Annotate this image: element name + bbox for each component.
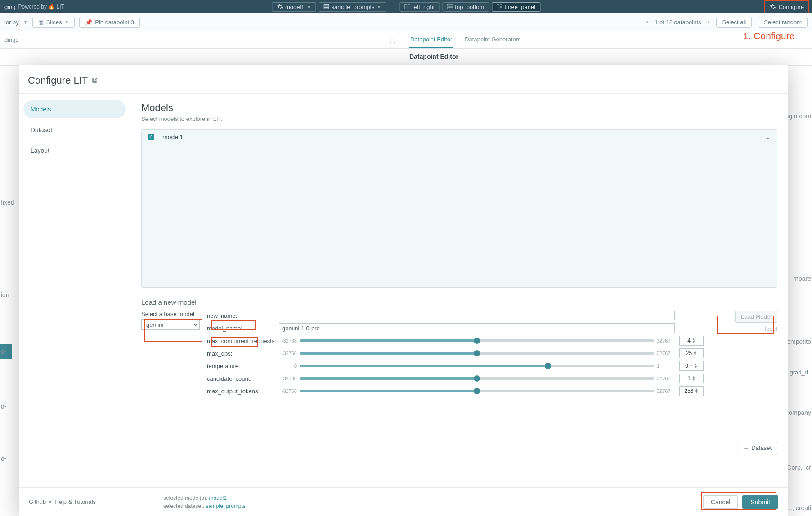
slider-row: max_qps: -32768 32767 25 ▲▼	[207, 348, 721, 358]
caret-down-icon: ▼	[64, 20, 69, 25]
chevron-down-icon[interactable]: ⌄	[765, 133, 771, 141]
slider-row: temperature: 0 1 0.7 ▲▼	[207, 361, 721, 371]
external-link-icon[interactable]	[91, 77, 98, 84]
github-link[interactable]: Github	[29, 498, 46, 505]
slider-track[interactable]	[300, 365, 654, 367]
slider-thumb[interactable]	[474, 375, 480, 382]
color-by-label[interactable]: lor by	[4, 19, 19, 26]
panel-tabs-bar: dings ⛶ Datapoint Editor Datapoint Gener…	[0, 31, 812, 49]
slider[interactable]: 0 1	[279, 363, 675, 369]
top-chip-row: model1 ▼ sample_prompts ▼ left_right top…	[272, 2, 540, 12]
slider-row: max_concurrent_requests: -32768 32767 4 …	[207, 336, 721, 346]
modal-title: Configure LIT	[28, 75, 779, 86]
models-subtitle: Select models to explore in LIT.	[141, 116, 777, 122]
tab-datapoint-editor[interactable]: Datapoint Editor	[409, 31, 453, 48]
new-name-input[interactable]	[279, 311, 675, 320]
layout-top-bottom[interactable]: top_bottom	[442, 2, 489, 12]
svg-rect-6	[447, 4, 453, 6]
footer-buttons: Cancel Submit	[703, 495, 778, 509]
select-random-button[interactable]: Select random	[758, 17, 808, 28]
slider-track[interactable]	[300, 390, 654, 392]
grid-icon: ▦	[38, 19, 44, 26]
panel-header-bar: Datapoint Editor	[0, 49, 812, 66]
caret-down-icon: ▼	[307, 4, 311, 9]
expand-icon[interactable]: ⛶	[389, 36, 395, 44]
modal-header: Configure LIT	[19, 65, 788, 94]
model-chip-label: model1	[285, 4, 305, 10]
left-panel-label: dings	[4, 36, 18, 43]
toolbar: lor by ▼ ▦ Slices ▼ 📌 Pin datapoint 3 < …	[0, 13, 812, 31]
caret-down-icon: ▼	[23, 20, 28, 25]
slider-value-box[interactable]: 0.7 ▲▼	[679, 361, 704, 371]
slider-value-box[interactable]: 25 ▲▼	[679, 348, 704, 358]
stepper-icon[interactable]: ▲▼	[692, 338, 695, 343]
dataset-next-button[interactable]: → Dataset	[737, 442, 777, 454]
model-checkbox[interactable]	[148, 134, 154, 140]
panel-title: Datapoint Editor	[409, 53, 458, 60]
slider[interactable]: -32768 32767	[279, 338, 675, 343]
help-link[interactable]: Help & Tutorials	[54, 498, 96, 505]
svg-rect-2	[324, 6, 328, 7]
pin-button[interactable]: 📌 Pin datapoint 3	[79, 17, 140, 28]
model-chip[interactable]: model1 ▼	[272, 2, 316, 12]
modal-footer: Github • Help & Tutorials selected model…	[19, 487, 788, 516]
powered-by-label: Powered by 🔥 LIT	[18, 4, 64, 10]
stepper-icon[interactable]: ▲▼	[695, 388, 699, 394]
slider-thumb[interactable]	[474, 388, 480, 394]
bg-text: d-	[1, 348, 6, 355]
load-section-label: Load a new model	[141, 298, 777, 306]
slider-min: -32768	[279, 338, 297, 343]
dataset-chip[interactable]: sample_prompts ▼	[319, 2, 386, 12]
models-heading: Models	[141, 102, 777, 114]
slider-value-box[interactable]: 256 ▲▼	[679, 386, 704, 396]
slider[interactable]: -32768 32767	[279, 388, 675, 394]
stepper-icon[interactable]: ▲▼	[692, 376, 695, 381]
modal-sidebar: Models Dataset Layout	[19, 94, 130, 487]
slider-value-box[interactable]: 1 ▲▼	[679, 374, 704, 383]
slider[interactable]: -32768 32767	[279, 376, 675, 381]
model-name-input[interactable]	[279, 323, 675, 333]
slider-value-box[interactable]: 4 ▲▼	[679, 336, 704, 346]
slider-max: 32767	[657, 351, 675, 356]
svg-rect-7	[447, 7, 453, 9]
tab-datapoint-generators[interactable]: Datapoint Generators	[464, 31, 521, 48]
cancel-button[interactable]: Cancel	[703, 495, 738, 509]
pin-icon: 📌	[85, 19, 92, 26]
slider[interactable]: -32768 32767	[279, 351, 675, 356]
model-list: model1 ⌄	[141, 129, 777, 288]
slider-track[interactable]	[300, 339, 654, 342]
slider-track[interactable]	[300, 377, 654, 380]
sidebar-item-models[interactable]: Models	[23, 100, 126, 118]
slider-thumb[interactable]	[545, 363, 551, 369]
configure-button[interactable]: Configure	[764, 0, 809, 13]
slider-min: 0	[279, 363, 297, 369]
prev-icon[interactable]: <	[646, 20, 648, 25]
slider-thumb[interactable]	[474, 350, 480, 356]
bg-pill: grad_d	[787, 368, 811, 377]
slider-track[interactable]	[300, 352, 654, 355]
base-model-select[interactable]: gemini	[141, 319, 200, 330]
load-model-button[interactable]: Load Model	[735, 311, 777, 323]
layout-three-panel[interactable]: three_panel	[492, 2, 540, 12]
submit-button[interactable]: Submit	[742, 495, 778, 509]
stepper-icon[interactable]: ▲▼	[694, 363, 698, 369]
slider-label: max_concurrent_requests:	[207, 338, 274, 344]
load-model-form: Select a base model gemini new_name: mod…	[141, 311, 777, 399]
reset-button[interactable]: Reset	[762, 325, 777, 332]
sidebar-item-layout[interactable]: Layout	[23, 142, 126, 160]
table-icon	[323, 4, 329, 9]
sidebar-item-dataset[interactable]: Dataset	[23, 121, 126, 139]
stepper-icon[interactable]: ▲▼	[693, 351, 697, 356]
slider-thumb[interactable]	[474, 338, 480, 344]
select-all-button[interactable]: Select all	[716, 17, 752, 28]
new-name-label: new_name:	[207, 312, 274, 319]
next-icon[interactable]: >	[708, 20, 710, 25]
model-row[interactable]: model1 ⌄	[142, 130, 777, 144]
layout-left-right[interactable]: left_right	[399, 2, 440, 12]
slider-max: 32767	[657, 338, 675, 343]
actions-column: Load Model Reset	[728, 311, 777, 332]
svg-rect-8	[497, 4, 499, 9]
slices-button[interactable]: ▦ Slices ▼	[32, 17, 75, 28]
dataset-chip-label: sample_prompts	[331, 4, 374, 10]
slider-max: 32767	[657, 376, 675, 381]
